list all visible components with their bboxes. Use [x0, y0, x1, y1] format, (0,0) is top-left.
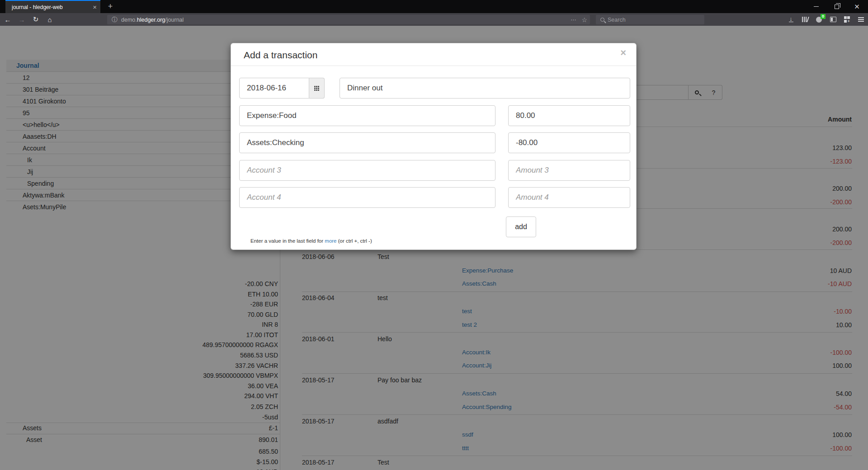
- activity-button[interactable]: +: [840, 13, 854, 26]
- minimize-icon: [814, 6, 819, 7]
- downloads-button[interactable]: ↓: [784, 13, 798, 26]
- url-bar[interactable]: ⓘ demo.hledger.org/journal ⋯ ☆: [107, 15, 590, 24]
- grid-plus-icon: +: [844, 16, 850, 23]
- account-3-input[interactable]: [239, 160, 495, 181]
- tab-bar: journal - hledger-web × + ✕: [0, 0, 868, 13]
- add-transaction-modal: Add a transaction × add Enter a value in…: [231, 43, 637, 250]
- download-icon: ↓: [789, 17, 793, 23]
- account-1-input[interactable]: [239, 105, 495, 126]
- bookmark-star-icon[interactable]: ☆: [581, 16, 587, 24]
- modal-close-icon[interactable]: ×: [620, 47, 626, 59]
- amount-4-input[interactable]: [508, 187, 630, 208]
- library-button[interactable]: [798, 13, 812, 26]
- browser-toolbar: ← → ↻ ⌂ ⓘ demo.hledger.org/journal ⋯ ☆ ↓…: [0, 13, 868, 26]
- extension-badge: 0: [821, 14, 826, 19]
- sidebar-icon: [830, 17, 836, 22]
- browser-search-box[interactable]: [596, 15, 704, 24]
- search-icon: [600, 18, 604, 22]
- browser-search-input[interactable]: [608, 17, 689, 23]
- more-link[interactable]: more: [325, 238, 336, 244]
- add-button[interactable]: add: [506, 216, 536, 237]
- tab-close-icon[interactable]: ×: [93, 4, 97, 10]
- account-4-input[interactable]: [239, 187, 495, 208]
- date-picker-button[interactable]: [309, 78, 325, 99]
- new-tab-button[interactable]: +: [105, 1, 116, 12]
- modal-header-divider: [231, 66, 636, 66]
- reload-button[interactable]: ↻: [29, 13, 42, 26]
- back-button[interactable]: ←: [1, 13, 14, 26]
- window-restore-button[interactable]: [826, 0, 847, 13]
- modal-title: Add a transaction: [244, 50, 317, 61]
- forward-button[interactable]: →: [15, 13, 28, 26]
- browser-tab[interactable]: journal - hledger-web ×: [5, 0, 100, 13]
- amount-1-input[interactable]: [508, 105, 630, 126]
- library-icon: [802, 17, 808, 22]
- page-actions-icon[interactable]: ⋯: [571, 16, 576, 23]
- amount-3-input[interactable]: [508, 160, 630, 181]
- url-text: demo.hledger.org/journal: [121, 17, 184, 23]
- account-2-input[interactable]: [239, 132, 495, 153]
- window-close-button[interactable]: ✕: [847, 0, 867, 13]
- menu-button[interactable]: [854, 13, 868, 26]
- extension-button[interactable]: 0: [812, 13, 826, 26]
- description-input[interactable]: [340, 78, 630, 99]
- tab-title: journal - hledger-web: [12, 4, 93, 10]
- calendar-grid-icon: [314, 86, 319, 91]
- window-minimize-button[interactable]: [806, 0, 826, 13]
- hamburger-icon: [858, 17, 864, 22]
- modal-footer-hint: Enter a value in the last field for more…: [250, 238, 372, 244]
- amount-2-input[interactable]: [508, 132, 630, 153]
- sidebar-toggle-button[interactable]: [826, 13, 840, 26]
- date-input[interactable]: [239, 78, 309, 99]
- restore-icon: [835, 5, 839, 9]
- site-info-icon[interactable]: ⓘ: [112, 16, 118, 24]
- home-button[interactable]: ⌂: [43, 13, 57, 26]
